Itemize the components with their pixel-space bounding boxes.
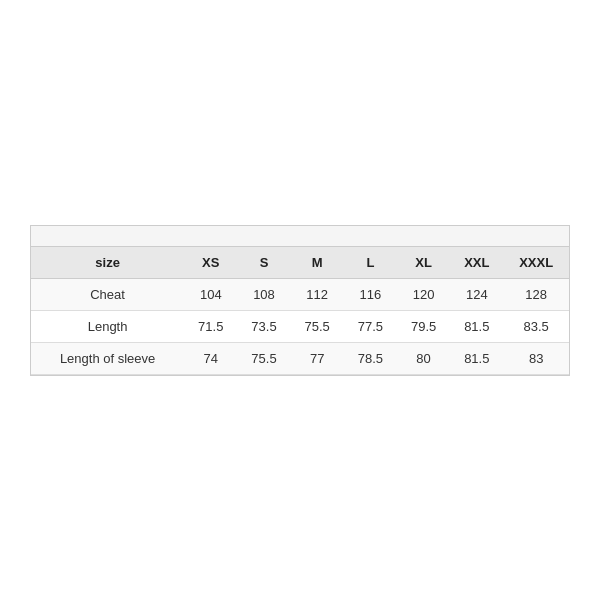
header-s: S	[237, 247, 290, 279]
header-l: L	[344, 247, 397, 279]
table-header: sizeXSSMLXLXXLXXXL	[31, 247, 569, 279]
cell-1-3: 77.5	[344, 310, 397, 342]
header-xxxl: XXXL	[503, 247, 569, 279]
row-label-1: Length	[31, 310, 184, 342]
cell-2-3: 78.5	[344, 342, 397, 374]
header-row: sizeXSSMLXLXXLXXXL	[31, 247, 569, 279]
cell-0-5: 124	[450, 278, 503, 310]
table-row: Length71.573.575.577.579.581.583.5	[31, 310, 569, 342]
header-xxl: XXL	[450, 247, 503, 279]
cell-2-0: 74	[184, 342, 237, 374]
cell-1-6: 83.5	[503, 310, 569, 342]
chart-title-row	[31, 226, 569, 247]
cell-1-0: 71.5	[184, 310, 237, 342]
size-chart: sizeXSSMLXLXXLXXXL Cheat1041081121161201…	[30, 225, 570, 376]
cell-1-2: 75.5	[291, 310, 344, 342]
table-body: Cheat104108112116120124128Length71.573.5…	[31, 278, 569, 374]
table-row: Length of sleeve7475.57778.58081.583	[31, 342, 569, 374]
row-label-0: Cheat	[31, 278, 184, 310]
cell-0-4: 120	[397, 278, 450, 310]
cell-1-5: 81.5	[450, 310, 503, 342]
cell-2-4: 80	[397, 342, 450, 374]
cell-2-5: 81.5	[450, 342, 503, 374]
header-m: M	[291, 247, 344, 279]
row-label-2: Length of sleeve	[31, 342, 184, 374]
cell-2-1: 75.5	[237, 342, 290, 374]
cell-2-2: 77	[291, 342, 344, 374]
cell-1-4: 79.5	[397, 310, 450, 342]
cell-2-6: 83	[503, 342, 569, 374]
cell-0-6: 128	[503, 278, 569, 310]
cell-0-3: 116	[344, 278, 397, 310]
table-row: Cheat104108112116120124128	[31, 278, 569, 310]
size-table: sizeXSSMLXLXXLXXXL Cheat1041081121161201…	[31, 247, 569, 375]
cell-0-2: 112	[291, 278, 344, 310]
cell-0-0: 104	[184, 278, 237, 310]
cell-0-1: 108	[237, 278, 290, 310]
header-xs: XS	[184, 247, 237, 279]
cell-1-1: 73.5	[237, 310, 290, 342]
header-size-label: size	[31, 247, 184, 279]
header-xl: XL	[397, 247, 450, 279]
